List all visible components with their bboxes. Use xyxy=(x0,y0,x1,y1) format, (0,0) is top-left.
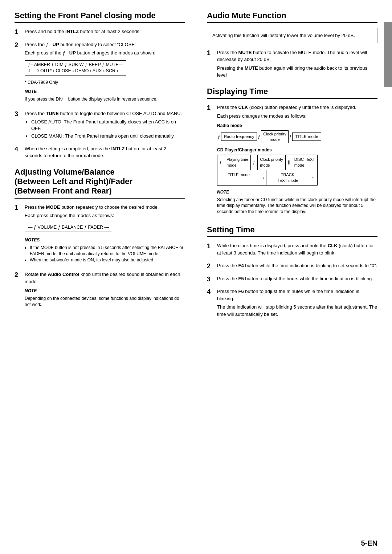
cd-mode-diagram: CD Player/Changer modes ƒ Playing timemo… xyxy=(217,147,377,186)
cd-flow-row2: TITLE mode ‹ TRACKTEXT mode ← xyxy=(217,170,317,185)
cd-fi-2: ƒ xyxy=(251,155,258,170)
set-step-1: 1 While the clock time is displayed, pre… xyxy=(207,242,377,258)
right-bar-decoration xyxy=(384,22,392,87)
section-audio-mute-title: Audio Mute Function xyxy=(207,11,377,23)
vol-step-1: 1 Press the MODE button repeatedly to ch… xyxy=(15,204,185,267)
disp-step-1-line1: Press the CLK (clock) button repeatedly … xyxy=(217,104,377,111)
mute-step-num-1: 1 xyxy=(207,49,215,57)
vol-step-2-text: Rotate the Audio Control knob until the … xyxy=(25,271,185,285)
set-step-4: 4 Press the F6 button to adjust the minu… xyxy=(207,288,377,319)
mute-step-1-line2: Pressing the MUTE button again will brin… xyxy=(217,65,377,79)
notes-label-vol: NOTES xyxy=(25,237,185,243)
step-1: 1 Press and hold the INTLZ button for at… xyxy=(15,28,185,37)
radio-fi-3: ƒ xyxy=(289,134,292,140)
track-text-cell: TRACKTEXT mode xyxy=(266,170,309,185)
page-number: 5-EN xyxy=(361,539,377,547)
section-volume-balance: Adjusting Volume/Balance(Between Left an… xyxy=(15,167,185,311)
step-2-line2: Each press of the ƒ UP button changes th… xyxy=(25,49,185,57)
notes-block-vol: NOTES If the MODE button is not pressed … xyxy=(25,237,185,263)
section-audio-mute: Audio Mute Function Activating this func… xyxy=(207,11,377,80)
cda-note: * CDA-7969 Only xyxy=(25,79,185,86)
step-content-1: Press and hold the INTLZ button for at l… xyxy=(25,28,185,37)
notes-list-vol: If the MODE button is not pressed in 5 s… xyxy=(30,245,185,263)
page: Setting the Front Panel closing mode 1 P… xyxy=(0,0,392,554)
note-label-disp: NOTE xyxy=(217,189,377,195)
section-front-panel-title: Setting the Front Panel closing mode xyxy=(15,11,185,23)
set-step-content-4: Press the F6 button to adjust the minute… xyxy=(217,288,377,319)
set-step-content-2: Press the F4 button while the time indic… xyxy=(217,262,377,271)
note-text-vol2: Depending on the connected devices, some… xyxy=(25,296,185,308)
cd-flow-row1: ƒ Playing timemode ƒ Clock prioritymode … xyxy=(217,155,317,170)
info-box-text: Activating this function will instantly … xyxy=(212,33,355,38)
step-3-text: Press the TUNE button to toggle mode bet… xyxy=(25,110,185,117)
set-step-4-line1: Press the F6 button to adjust the minute… xyxy=(217,288,377,302)
step-content-3: Press the TUNE button to toggle mode bet… xyxy=(25,110,185,140)
set-step-num-2: 2 xyxy=(207,262,215,270)
set-step-num-1: 1 xyxy=(207,242,215,250)
disp-step-1: 1 Press the CLK (clock) button repeatedl… xyxy=(207,104,377,219)
step-content-2: Press the ƒ UP button repeatedly to sele… xyxy=(25,41,185,106)
set-step-2: 2 Press the F4 button while the time ind… xyxy=(207,262,377,271)
volume-flow-text: — ƒ VOLUME ƒ BALANCE ƒ FADER — xyxy=(28,224,109,231)
radio-freq-cell: Radio frequency xyxy=(221,133,257,141)
set-step-content-1: While the clock time is displayed, press… xyxy=(217,242,377,258)
note-block-step2: NOTE If you press the DI▽ button the dis… xyxy=(25,89,185,102)
section-displaying-time-title: Displaying Time xyxy=(207,87,377,99)
step-num-1: 1 xyxy=(15,28,23,36)
mute-step-1-line1: Press the MUTE button to activate the MU… xyxy=(217,49,377,63)
clock-priority-cd-cell: Clock prioritymode xyxy=(258,155,286,170)
set-step-2-text: Press the F4 button while the time indic… xyxy=(217,262,377,269)
radio-arrow-end: —— xyxy=(322,134,331,140)
note-text-step2: If you press the DI▽ button the display … xyxy=(25,96,185,102)
section-setting-time-title: Setting Time xyxy=(207,225,377,237)
set-step-content-3: Press the F5 button to adjust the hours … xyxy=(217,275,377,284)
vol-step-content-2: Rotate the Audio Control knob until the … xyxy=(25,271,185,311)
set-step-1-text: While the clock time is displayed, press… xyxy=(217,242,377,256)
audio-mute-info-box: Activating this function will instantly … xyxy=(207,28,377,43)
mute-step-1: 1 Press the MUTE button to activate the … xyxy=(207,49,377,80)
vol-note-1: If the MODE button is not pressed in 5 s… xyxy=(30,245,185,257)
cd-fi-1: ƒ xyxy=(217,155,224,170)
mode-flow-box: ƒ– AMBER ƒ DIM ƒ SUB-W ƒ BEEP ƒ MUTE— L–… xyxy=(25,60,126,76)
disc-text-cell: DISC TEXTmode xyxy=(292,155,317,170)
bullet-close-auto: CLOSE AUTO: The Front Panel automaticall… xyxy=(31,119,185,132)
vol-step-1-line2: Each press changes the modes as follows: xyxy=(25,212,185,219)
clock-priority-cell: Clock prioritymode xyxy=(261,130,289,143)
disp-step-1-line2: Each press changes the modes as follows: xyxy=(217,113,377,120)
volume-flow-box: — ƒ VOLUME ƒ BALANCE ƒ FADER — xyxy=(25,223,112,232)
step-num-4: 4 xyxy=(15,145,23,154)
set-step-num-3: 3 xyxy=(207,275,215,284)
vol-step-2: 2 Rotate the Audio Control knob until th… xyxy=(15,271,185,311)
vol-step-1-line1: Press the MODE button repeatedly to choo… xyxy=(25,204,185,211)
section-setting-time: Setting Time 1 While the clock time is d… xyxy=(207,225,377,319)
disp-step-content-1: Press the CLK (clock) button repeatedly … xyxy=(217,104,377,219)
section-displaying-time: Displaying Time 1 Press the CLK (clock) … xyxy=(207,87,377,219)
radio-fi-2: ƒ xyxy=(258,134,260,140)
cd-mode-label: CD Player/Changer modes xyxy=(217,147,377,153)
note-label-vol2: NOTE xyxy=(25,288,185,294)
step-4-text: When the setting is completed, press the… xyxy=(25,145,185,159)
cd-flow-box: ƒ Playing timemode ƒ Clock prioritymode … xyxy=(217,155,318,186)
right-column: Audio Mute Function Activating this func… xyxy=(203,11,377,539)
cd-arrow-left: ‹ xyxy=(260,170,266,185)
set-step-4-line2: The time indication will stop blinking 5… xyxy=(217,304,377,318)
bullet-close-manu: CLOSE MANU: The Front Panel remains open… xyxy=(31,133,185,139)
step-num-3: 3 xyxy=(15,110,23,118)
note-block-disp: NOTE Selecting any tuner or CD function … xyxy=(217,189,377,215)
step-4: 4 When the setting is completed, press t… xyxy=(15,145,185,161)
title-mode-cell-radio: TITLE mode xyxy=(292,133,321,141)
step-content-4: When the setting is completed, press the… xyxy=(25,145,185,161)
mode-flow-text: ƒ– AMBER ƒ DIM ƒ SUB-W ƒ BEEP ƒ MUTE— L–… xyxy=(28,62,123,74)
step-3: 3 Press the TUNE button to toggle mode b… xyxy=(15,110,185,140)
cd-fi-3: ǁ xyxy=(286,155,292,170)
vol-note-2: When the subwoofer mode is ON, its level… xyxy=(30,257,185,263)
left-column: Setting the Front Panel closing mode 1 P… xyxy=(15,11,189,539)
note-label-step2: NOTE xyxy=(25,89,185,95)
note-block-vol2: NOTE Depending on the connected devices,… xyxy=(25,288,185,307)
step-2: 2 Press the ƒ UP button repeatedly to se… xyxy=(15,41,185,106)
step-2-line1: Press the ƒ UP button repeatedly to sele… xyxy=(25,41,185,48)
playing-time-cell: Playing timemode xyxy=(224,155,251,170)
step-num-2: 2 xyxy=(15,41,23,49)
disp-step-num-1: 1 xyxy=(207,104,215,112)
set-step-3-text: Press the F5 button to adjust the hours … xyxy=(217,275,377,282)
